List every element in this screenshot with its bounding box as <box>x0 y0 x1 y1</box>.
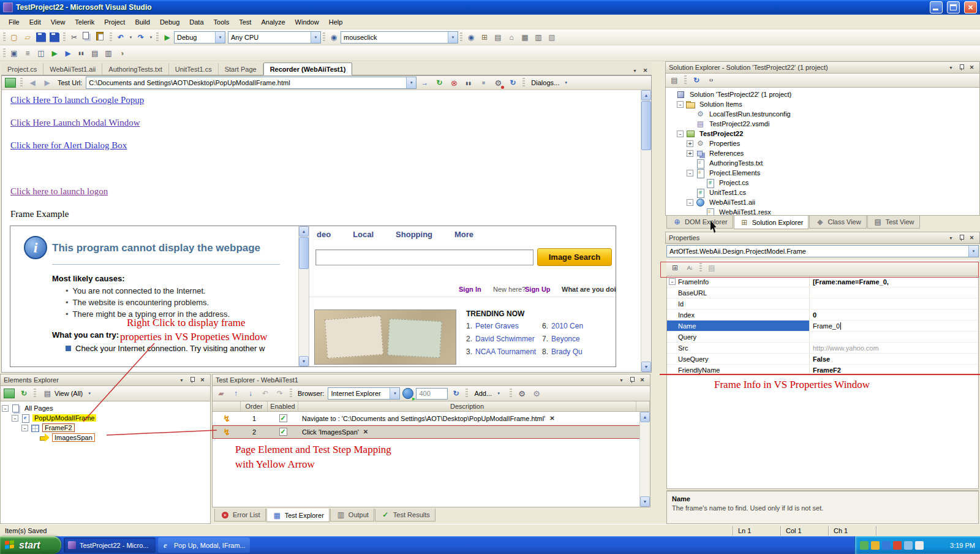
tree-item-label[interactable]: FrameF2 <box>42 423 75 432</box>
property-value[interactable]: Frame_0 <box>813 322 840 330</box>
view-code-icon[interactable] <box>704 74 718 87</box>
undo-icon[interactable] <box>258 387 272 400</box>
property-name-cell[interactable]: UseQuery <box>667 354 810 364</box>
tree-item-label[interactable]: Project.cs <box>717 179 750 186</box>
tree-expander-icon[interactable]: - <box>12 415 18 422</box>
scroll-down-icon[interactable]: ▼ <box>299 356 309 366</box>
tree-item-label[interactable]: LocalTestRun.testrunconfig <box>707 110 793 118</box>
menu-item[interactable]: Window <box>290 16 324 28</box>
sign-in-link[interactable]: Sign In <box>459 286 481 293</box>
enabled-column-header[interactable]: Enabled <box>268 401 298 411</box>
tree-item-label[interactable]: Solution Items <box>698 101 744 108</box>
debug-configuration-select[interactable]: Debug <box>174 31 225 44</box>
tree-expander-icon[interactable]: + <box>687 150 693 157</box>
tree-item[interactable]: - Solution Items <box>666 99 979 109</box>
clear-steps-icon[interactable] <box>214 387 228 400</box>
logon-link[interactable]: Click here to launch logon <box>10 186 108 197</box>
toolbar-grip[interactable] <box>466 389 468 398</box>
code-coverage-icon[interactable] <box>115 47 129 60</box>
delete-step-icon[interactable]: ✕ <box>549 415 554 422</box>
toolbar-grip[interactable] <box>3 48 6 58</box>
search-combo[interactable]: mouseclick <box>341 31 458 44</box>
tree-item[interactable]: - FrameF2 <box>1 423 210 433</box>
paste-icon[interactable] <box>94 31 108 44</box>
tree-item[interactable]: + Properties <box>666 138 979 148</box>
tree-item[interactable]: - All Pages <box>1 403 210 413</box>
test-step-row[interactable]: 2 Click 'ImagesSpan' ✕ <box>213 425 650 439</box>
yahoo-nav-link[interactable]: Shopping <box>396 230 432 239</box>
auto-hide-pin-icon[interactable] <box>957 233 966 242</box>
toolbar-grip[interactable] <box>290 389 292 398</box>
bottom-tab[interactable]: Test Results <box>375 509 435 522</box>
property-row[interactable]: Src http://www.yahoo.com <box>667 343 978 354</box>
tree-expander-icon[interactable]: - <box>677 101 684 108</box>
add-button[interactable]: Add... <box>471 387 507 400</box>
property-value-cell[interactable]: FrameF2 <box>810 365 978 375</box>
open-file-icon[interactable] <box>21 31 34 44</box>
property-name-cell[interactable]: Index <box>667 309 810 320</box>
iframe-scrollbar[interactable]: ▲ ▼ <box>298 226 309 366</box>
bottom-tab[interactable]: Output <box>330 509 374 522</box>
undo-dropdown-icon[interactable] <box>127 31 134 44</box>
toolbar-grip[interactable] <box>63 32 66 42</box>
stop-icon[interactable] <box>477 76 490 89</box>
document-tab[interactable]: Start Page <box>219 63 263 75</box>
tree-item-label[interactable]: TestProject22.vsmdi <box>707 120 771 127</box>
tree-expander-icon[interactable]: - <box>2 405 9 412</box>
close-panel-icon[interactable] <box>967 63 976 72</box>
find-icon[interactable] <box>327 31 341 44</box>
options-icon[interactable] <box>530 387 543 400</box>
tree-item-label[interactable]: PopUpModalIFrame <box>32 414 96 422</box>
tree-item[interactable]: Solution 'TestProject22' (1 project) <box>666 89 979 99</box>
dialogs-button[interactable]: Dialogs... <box>528 77 574 89</box>
tree-item[interactable]: Project.cs <box>666 178 979 188</box>
tree-item-label[interactable]: References <box>707 150 745 157</box>
scroll-up-icon[interactable]: ▲ <box>640 412 650 422</box>
property-name-cell[interactable]: Id <box>667 298 810 309</box>
tree-expander-icon[interactable]: - <box>687 170 693 176</box>
property-name-cell[interactable]: Name <box>667 321 810 331</box>
property-row[interactable]: Id <box>667 298 978 309</box>
property-value[interactable]: False <box>813 355 830 363</box>
property-value[interactable]: FrameF2 <box>813 366 841 374</box>
toolbar-grip[interactable] <box>522 78 525 88</box>
tool-window-tab[interactable]: DOM Explorer <box>666 216 733 229</box>
record-window-icon[interactable] <box>4 76 17 89</box>
auto-hide-pin-icon[interactable] <box>187 376 197 384</box>
redo-dropdown-icon[interactable] <box>148 31 154 44</box>
copy-icon[interactable] <box>81 31 94 44</box>
tree-expander-icon[interactable]: - <box>21 425 28 431</box>
save-all-icon[interactable] <box>48 31 61 44</box>
property-name-cell[interactable]: - FrameInfo <box>667 276 810 287</box>
pause-tests-icon[interactable] <box>75 47 88 60</box>
toolbar-grip[interactable] <box>20 78 23 88</box>
tree-item-label[interactable]: AuthoringTests.txt <box>707 159 764 167</box>
scrollbar-thumb[interactable] <box>641 101 651 150</box>
toolbox-icon[interactable] <box>518 31 532 44</box>
test-url-combo[interactable]: C:\Documents and Settings\AOT\Desktop\Po… <box>86 77 417 89</box>
toolbar-grip[interactable] <box>510 389 512 398</box>
close-panel-icon[interactable] <box>198 376 207 384</box>
toolbar-grip[interactable] <box>156 32 159 42</box>
new-project-icon[interactable] <box>7 31 21 44</box>
scroll-down-icon[interactable]: ▼ <box>641 362 651 372</box>
toolbar-grip[interactable] <box>3 32 6 42</box>
record-icon[interactable] <box>2 387 16 400</box>
property-pages-icon[interactable] <box>705 261 718 275</box>
scroll-up-icon[interactable]: ▲ <box>299 226 309 237</box>
taskbar-task-button[interactable]: TestProject22 - Micro... <box>64 537 156 553</box>
command-window-icon[interactable] <box>532 31 545 44</box>
new-test-icon[interactable] <box>7 47 21 60</box>
tray-icon[interactable] <box>882 541 891 550</box>
close-panel-icon[interactable] <box>967 233 976 242</box>
window-position-icon[interactable] <box>946 233 956 242</box>
tree-item-label[interactable]: UnitTest1.cs <box>707 189 748 196</box>
description-column-header[interactable]: Description <box>298 401 636 411</box>
sync-icon[interactable] <box>506 76 519 89</box>
close-panel-icon[interactable] <box>638 376 647 384</box>
property-value-cell[interactable]: http://www.yahoo.com <box>810 343 978 353</box>
menu-item[interactable]: Data <box>184 16 208 28</box>
go-icon[interactable] <box>418 76 431 89</box>
step-enabled-checkbox[interactable] <box>279 428 287 436</box>
alert-dialog-link[interactable]: Click here for Alert Dialog Box <box>10 140 127 151</box>
